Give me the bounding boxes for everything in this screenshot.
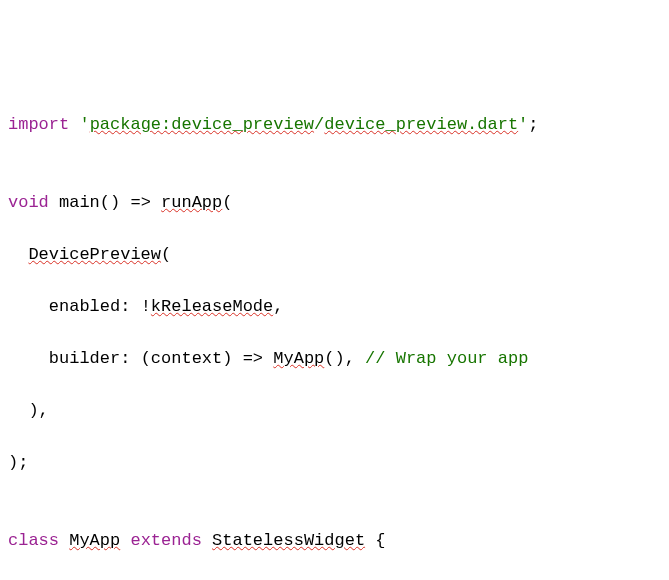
code-line-7: ),	[8, 398, 661, 424]
string-slash: /	[314, 115, 324, 134]
close-paren-semi: );	[8, 453, 28, 472]
param-enabled: enabled:	[49, 297, 131, 316]
open-paren: (	[161, 245, 171, 264]
identifier-kreleasemode: kReleaseMode	[151, 297, 273, 316]
code-line-3: void main() => runApp(	[8, 190, 661, 216]
brace-open: {	[375, 531, 385, 550]
space	[151, 193, 161, 212]
string-quote: '	[518, 115, 528, 134]
bang: !	[141, 297, 151, 316]
arrow: =>	[130, 193, 150, 212]
call-comma: (),	[324, 349, 355, 368]
string-package-part1: package:device_preview	[90, 115, 314, 134]
identifier-devicepreview: DevicePreview	[28, 245, 161, 264]
code-block: import 'package:device_preview/device_pr…	[8, 112, 661, 580]
space	[263, 349, 273, 368]
indent	[8, 245, 28, 264]
code-line-5: enabled: !kReleaseMode,	[8, 294, 661, 320]
code-line-4: DevicePreview(	[8, 242, 661, 268]
comma: ,	[273, 297, 283, 316]
space	[202, 531, 212, 550]
space	[120, 193, 130, 212]
code-line-10: class MyApp extends StatelessWidget {	[8, 528, 661, 554]
keyword-class: class	[8, 531, 59, 550]
string-package-part2: device_preview.dart	[324, 115, 518, 134]
identifier-myapp: MyApp	[69, 531, 120, 550]
parens: ()	[100, 193, 120, 212]
identifier-statelesswidget: StatelessWidget	[212, 531, 365, 550]
lambda-param: (context)	[141, 349, 233, 368]
indent	[8, 401, 28, 420]
identifier-runapp: runApp	[161, 193, 222, 212]
identifier-myapp: MyApp	[273, 349, 324, 368]
indent	[8, 297, 49, 316]
code-line-8: );	[8, 450, 661, 476]
close-paren: ),	[28, 401, 48, 420]
string-quote: '	[79, 115, 89, 134]
indent	[8, 349, 49, 368]
open-paren: (	[222, 193, 232, 212]
keyword-void: void	[8, 193, 49, 212]
code-line-6: builder: (context) => MyApp(), // Wrap y…	[8, 346, 661, 372]
param-builder: builder:	[49, 349, 131, 368]
space	[120, 531, 130, 550]
keyword-extends: extends	[130, 531, 201, 550]
keyword-import: import	[8, 115, 69, 134]
space	[59, 531, 69, 550]
arrow: =>	[243, 349, 263, 368]
code-line-1: import 'package:device_preview/device_pr…	[8, 112, 661, 138]
space	[130, 297, 140, 316]
space	[232, 349, 242, 368]
space	[49, 193, 59, 212]
space	[130, 349, 140, 368]
identifier-main: main	[59, 193, 100, 212]
comment: // Wrap your app	[365, 349, 528, 368]
space	[69, 115, 79, 134]
space	[355, 349, 365, 368]
semicolon: ;	[528, 115, 538, 134]
space	[365, 531, 375, 550]
